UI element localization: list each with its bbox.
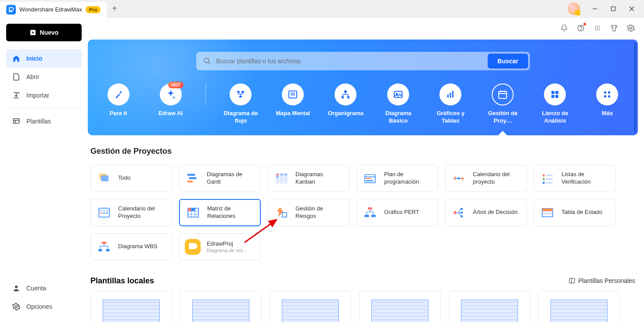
tile-pert[interactable]: Gráfico PERT [356,199,438,226]
svg-point-97 [461,208,463,210]
svg-point-71 [461,177,464,179]
sidebar-item-templates[interactable]: Plantillas [6,112,82,130]
app-tab[interactable]: Wondershare EdrawMax Pro [0,2,107,18]
sidebar-item-label: Inicio [26,55,43,62]
tile-state-table[interactable]: Tabla de Estado [534,199,615,226]
tile-schedule[interactable]: Plan de programación [356,165,438,192]
tile-relationship-matrix[interactable]: Matriz de Relaciones [179,199,261,226]
search-input[interactable] [216,58,483,65]
svg-rect-83 [103,212,104,213]
sidebar-item-open[interactable]: Abrir [6,68,82,86]
user-avatar[interactable] [568,3,580,15]
tile-all[interactable]: Todo [90,165,172,192]
tile-label: Gráfico PERT [384,209,419,216]
template-thumbnail[interactable] [180,291,262,322]
category-para-ti[interactable]: Para ti [101,83,136,125]
category-label: Lienzo de Análisis [538,110,572,125]
tile-gantt[interactable]: Diagramas de Gantt [179,165,261,192]
svg-point-74 [543,174,545,176]
templates-icon [12,117,20,125]
svg-point-70 [457,177,460,179]
search-icon [203,57,211,65]
sidebar-item-label: Abrir [26,73,40,80]
window-close-button[interactable] [623,2,640,16]
tile-decision-tree[interactable]: Árbol de Decisión [445,199,527,226]
category-orgchart[interactable]: Organigrama [328,83,363,125]
sidebar-item-options[interactable]: Opciones [6,297,82,316]
tile-label: Gestión de Riesgos [295,205,344,220]
svg-rect-44 [551,91,554,94]
personal-templates-link[interactable]: Plantillas Personales [568,277,635,284]
svg-point-22 [599,29,600,30]
app-name: Wondershare EdrawMax [19,6,82,13]
file-icon [12,73,20,81]
template-thumbnail[interactable] [90,291,172,322]
tile-checklists[interactable]: Listas de Verificación [534,165,615,192]
category-label: Más [602,110,613,117]
tile-project-calendar[interactable]: Calendario del proyecto [445,165,527,192]
template-thumbnails [88,291,638,322]
svg-point-78 [543,181,545,184]
svg-rect-82 [101,212,102,213]
help-icon[interactable] [576,24,585,33]
risk-icon [273,205,289,221]
template-thumbnail[interactable] [270,291,351,322]
sidebar-item-label: Importar [26,92,49,99]
category-charts[interactable]: Gráficos y Tablas [433,83,468,125]
shirt-icon[interactable] [610,24,619,33]
svg-rect-28 [239,96,242,98]
svg-rect-95 [371,215,376,217]
sidebar-item-label: Opciones [26,303,52,310]
sidebar-item-account[interactable]: Cuenta [6,279,82,297]
window-minimize-button[interactable] [586,2,604,16]
new-button[interactable]: Nuevo [6,24,82,41]
tile-kanban[interactable]: Diagramas Kanban [268,165,349,192]
template-thumbnail[interactable] [538,291,620,322]
layout-icon [568,277,576,284]
sidebar-item-home[interactable]: Inicio [6,49,82,68]
category-canvas[interactable]: Lienzo de Análisis [538,83,572,125]
svg-point-76 [543,178,545,180]
grid-icon [544,83,566,105]
search-row: Buscar [101,52,625,70]
svg-rect-62 [280,174,283,175]
sidebar-item-import[interactable]: Importar [6,86,82,105]
category-more[interactable]: Más [590,83,625,125]
svg-rect-26 [237,91,240,93]
window-maximize-button[interactable] [604,2,622,16]
svg-point-23 [630,27,632,29]
category-basic-diagram[interactable]: Diagrama Básico [381,83,416,125]
template-thumbnail[interactable] [359,291,441,322]
svg-rect-84 [106,212,108,213]
category-label: Mapa Mental [276,110,310,117]
table-icon [540,205,555,221]
category-mindmap[interactable]: Mapa Mental [276,83,310,125]
svg-point-98 [461,211,463,213]
category-project-mgmt[interactable]: Gestión de Proy… [486,83,520,125]
svg-point-21 [597,29,598,30]
tile-edrawproj[interactable]: EdrawProjDiagrama de red... [179,233,261,260]
category-edraw-ai[interactable]: HOT Edraw AI [153,83,188,125]
sidebar: Nuevo Inicio Abrir Importar Plantillas C… [0,18,88,322]
add-tab-button[interactable]: + [107,1,122,17]
category-flowchart[interactable]: Diagrama de flujo [223,83,258,125]
template-thumbnail[interactable] [449,291,530,322]
svg-rect-40 [499,91,507,98]
pro-badge: Pro [86,6,101,13]
sidebar-item-label: Plantillas [26,118,51,125]
tile-wbs[interactable]: Diagrama WBS [90,233,172,260]
apps-icon[interactable] [593,24,602,33]
tile-sublabel: Diagrama de red... [207,248,247,253]
svg-rect-105 [98,249,102,251]
sidebar-item-label: Cuenta [26,285,46,292]
svg-rect-50 [604,95,606,98]
category-label: Organigrama [328,110,363,117]
hero-scrollbar[interactable] [634,42,637,133]
settings-icon[interactable] [626,24,635,33]
hierarchy-icon [335,83,356,105]
tree-icon [451,205,467,221]
bell-icon[interactable] [560,24,568,33]
tile-project-calendar2[interactable]: Calendario del Proyecto [90,199,172,226]
search-button[interactable]: Buscar [488,54,528,69]
tile-risk-mgmt[interactable]: Gestión de Riesgos [268,199,349,226]
